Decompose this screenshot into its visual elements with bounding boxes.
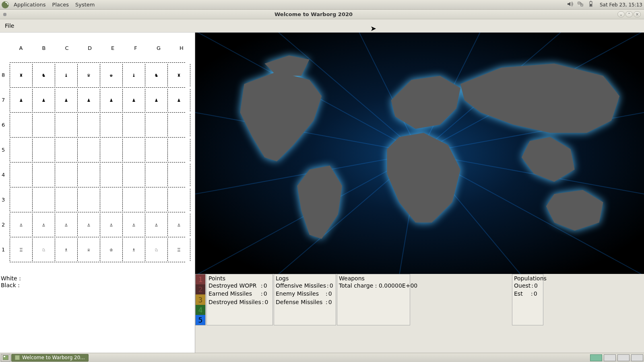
chess-square[interactable]	[55, 114, 78, 136]
chess-square[interactable]: ♙	[77, 214, 100, 236]
minimize-button[interactable]: ⌄	[617, 11, 625, 17]
chess-square[interactable]: ♙	[122, 214, 145, 236]
chess-square[interactable]: ♗	[55, 239, 78, 261]
workspace-2[interactable]	[604, 354, 616, 361]
chess-square[interactable]: ♙	[10, 214, 33, 236]
chess-square[interactable]	[10, 189, 33, 211]
chess-square[interactable]: ♙	[145, 214, 168, 236]
chess-square[interactable]	[167, 164, 190, 186]
chess-square[interactable]	[32, 139, 55, 161]
show-desktop-button[interactable]	[1, 354, 10, 362]
chess-square[interactable]: ♟	[32, 89, 55, 111]
workspace-1[interactable]	[590, 354, 602, 361]
chess-square[interactable]: ♟	[122, 89, 145, 111]
chess-square[interactable]	[55, 139, 78, 161]
chess-square[interactable]	[167, 114, 190, 136]
chess-square[interactable]	[10, 139, 33, 161]
app-menubar: File	[0, 19, 644, 33]
chess-square[interactable]	[167, 189, 190, 211]
stat-row: Enemy Missiles : 0	[276, 290, 334, 298]
chess-square[interactable]	[100, 164, 123, 186]
chess-square[interactable]	[100, 114, 123, 136]
chess-square[interactable]	[122, 164, 145, 186]
chess-square[interactable]: ♙	[167, 214, 190, 236]
chess-square[interactable]: ♔	[100, 239, 123, 261]
chess-square[interactable]	[100, 189, 123, 211]
chess-square[interactable]: ♞	[145, 64, 168, 86]
stat-row: Destroyed Missiles : 0	[208, 298, 271, 306]
chess-square[interactable]: ♟	[10, 89, 33, 111]
chess-square[interactable]	[122, 189, 145, 211]
chess-square[interactable]	[77, 189, 100, 211]
chess-square[interactable]: ♟	[145, 89, 168, 111]
chess-square[interactable]	[122, 114, 145, 136]
chess-square[interactable]	[55, 189, 78, 211]
places-menu[interactable]: Places	[52, 2, 69, 8]
chess-square[interactable]: ♘	[32, 239, 55, 261]
chess-square[interactable]: ♜	[167, 64, 190, 86]
chess-square[interactable]: ♟	[55, 89, 78, 111]
maximize-button[interactable]: ⌃	[625, 11, 633, 17]
chess-square[interactable]: ♗	[122, 239, 145, 261]
chess-square[interactable]	[167, 139, 190, 161]
stat-sep: :	[531, 290, 533, 298]
battery-icon[interactable]	[588, 1, 594, 8]
network-icon[interactable]	[577, 1, 584, 8]
chess-square[interactable]: ♜	[10, 64, 33, 86]
applications-menu[interactable]: Applications	[14, 2, 45, 8]
chess-square[interactable]	[77, 164, 100, 186]
stat-sep: :	[261, 290, 263, 298]
chess-square[interactable]: ♘	[145, 239, 168, 261]
chess-square[interactable]	[10, 114, 33, 136]
chess-col-f: F	[124, 45, 147, 51]
world-map-pane[interactable]	[195, 33, 644, 274]
chess-square[interactable]: ♖	[10, 239, 33, 261]
volume-icon[interactable]	[567, 1, 573, 8]
chess-square[interactable]	[32, 164, 55, 186]
chess-square[interactable]: ♝	[122, 64, 145, 86]
task-label: Welcome to Warborg 20...	[22, 355, 85, 360]
chess-square[interactable]: ♙	[32, 214, 55, 236]
chess-square[interactable]: ♙	[100, 214, 123, 236]
chess-square[interactable]: ♚	[100, 64, 123, 86]
taskbar-task-warborg[interactable]: Welcome to Warborg 20...	[11, 354, 89, 362]
chess-square[interactable]	[145, 114, 168, 136]
chess-square[interactable]	[77, 114, 100, 136]
system-menu[interactable]: System	[75, 2, 95, 8]
workspace-3[interactable]	[617, 354, 630, 361]
chess-square[interactable]	[77, 139, 100, 161]
chess-square[interactable]: ♛	[77, 64, 100, 86]
chess-square[interactable]: ♟	[77, 89, 100, 111]
window-titlebar[interactable]: Welcome to Warborg 2020 ⌄ ⌃ ×	[0, 10, 644, 19]
chess-square[interactable]	[145, 189, 168, 211]
chess-rank-2: 2♙♙♙♙♙♙♙♙	[0, 212, 195, 237]
chess-square[interactable]	[100, 139, 123, 161]
stat-key: Destroyed Missiles	[208, 298, 261, 306]
distro-logo-icon[interactable]	[2, 1, 9, 8]
chess-square[interactable]	[32, 189, 55, 211]
svg-rect-23	[4, 356, 5, 357]
chess-square[interactable]: ♞	[32, 64, 55, 86]
stat-row: Offensive Missiles : 0	[276, 282, 334, 290]
chess-square[interactable]: ♕	[77, 239, 100, 261]
workspace-4[interactable]	[631, 354, 643, 361]
file-menu[interactable]: File	[3, 22, 16, 30]
chess-square[interactable]	[10, 164, 33, 186]
stat-sep: :	[531, 282, 533, 290]
clock[interactable]: Sat Feb 23, 15:13	[600, 2, 642, 8]
chess-square[interactable]	[145, 164, 168, 186]
chess-square[interactable]	[122, 139, 145, 161]
chess-square[interactable]	[55, 164, 78, 186]
chess-square[interactable]: ♟	[167, 89, 190, 111]
chess-square[interactable]	[145, 139, 168, 161]
chess-square[interactable]	[32, 114, 55, 136]
chess-square[interactable]: ♝	[55, 64, 78, 86]
defcon-level-3: 3	[196, 294, 205, 304]
chess-square[interactable]: ♙	[55, 214, 78, 236]
chess-square[interactable]: ♟	[100, 89, 123, 111]
populations-title: Populations	[514, 275, 541, 282]
chess-square[interactable]: ♖	[167, 239, 190, 261]
close-button[interactable]: ×	[634, 11, 641, 17]
stat-row: Earned Missiles : 0	[208, 290, 271, 298]
system-tray: Sat Feb 23, 15:13	[567, 1, 642, 8]
